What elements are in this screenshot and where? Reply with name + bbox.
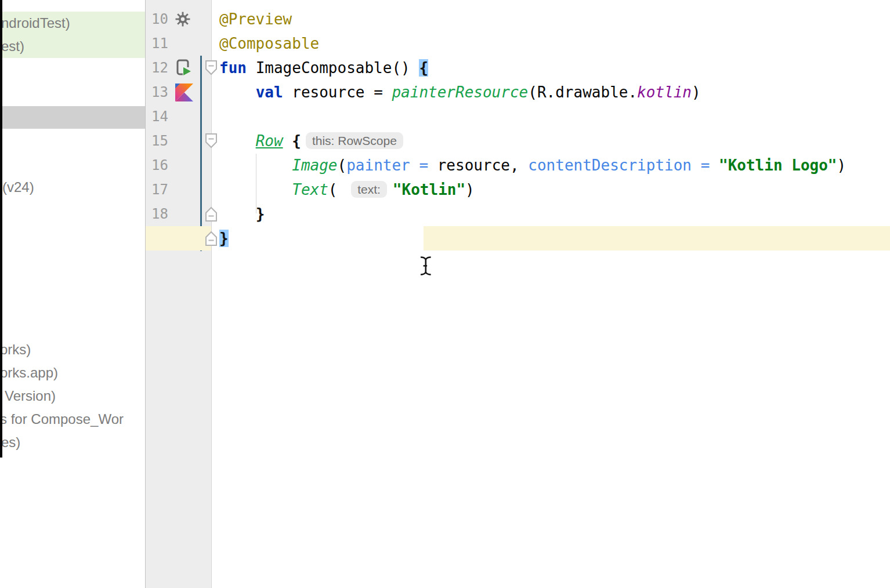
- fold-end-icon[interactable]: [205, 206, 218, 222]
- code-line-19[interactable]: }: [219, 226, 229, 251]
- line-number[interactable]: 13: [145, 80, 168, 104]
- inlay-hint: text:: [351, 181, 387, 198]
- tree-item[interactable]: orks.app): [0, 361, 145, 384]
- fold-collapse-icon[interactable]: [205, 60, 218, 76]
- line-number[interactable]: 18: [145, 202, 168, 226]
- fold-end-icon[interactable]: [205, 230, 218, 246]
- code-token: "Kotlin Logo": [719, 157, 837, 174]
- current-line-highlight: [424, 226, 890, 251]
- tree-item[interactable]: s for Compose_Wor: [0, 408, 145, 431]
- ide-window: ndroidTest)est)(v24)orks)orks.app)Versio…: [0, 0, 890, 588]
- code-line-12[interactable]: fun ImageComposable() {: [219, 56, 428, 80]
- code-line-13[interactable]: val resource = painterResource(R.drawabl…: [219, 80, 701, 104]
- code-token: fun: [219, 59, 256, 77]
- code-token: [219, 132, 256, 150]
- run-preview-icon[interactable]: [175, 56, 194, 80]
- code-token: [219, 157, 292, 174]
- code-token: val: [256, 84, 292, 101]
- project-tree-panel[interactable]: ndroidTest)est)(v24)orks)orks.app)Versio…: [0, 0, 145, 588]
- line-number[interactable]: 12: [145, 56, 168, 80]
- line-number[interactable]: 17: [145, 177, 168, 202]
- code-token: painterResource: [392, 84, 528, 101]
- fold-collapse-icon[interactable]: [205, 133, 218, 149]
- code-token: resource,: [437, 157, 529, 174]
- code-token: {: [419, 59, 428, 77]
- line-number[interactable]: 11: [145, 31, 168, 56]
- code-token: (: [338, 157, 347, 174]
- code-line-17[interactable]: Text( text:"Kotlin"): [219, 177, 475, 202]
- code-token: kotlin: [637, 84, 692, 101]
- code-token: }: [256, 205, 265, 223]
- tree-item[interactable]: Version): [0, 384, 150, 408]
- code-line-10[interactable]: @Preview: [219, 7, 292, 31]
- code-token: @Preview: [219, 10, 292, 28]
- vcs-change-bar[interactable]: [200, 56, 202, 251]
- tree-item[interactable]: orks): [0, 338, 145, 361]
- line-number[interactable]: 16: [145, 153, 168, 177]
- line-number[interactable]: 14: [145, 104, 168, 129]
- tree-item[interactable]: [0, 106, 145, 129]
- tree-item[interactable]: est): [0, 35, 146, 58]
- tree-item[interactable]: (v24): [0, 176, 147, 199]
- code-token: {: [292, 132, 301, 150]
- tree-item[interactable]: es): [0, 431, 146, 454]
- line-number[interactable]: 15: [145, 129, 168, 153]
- window-edge: [0, 0, 2, 458]
- code-token: Row: [256, 132, 283, 150]
- code-line-16[interactable]: Image(painter = resource, contentDescrip…: [219, 153, 846, 177]
- code-token: [219, 205, 256, 223]
- code-token: contentDescription =: [528, 157, 719, 174]
- current-line-gutter-highlight: [146, 226, 211, 251]
- code-token: @Composable: [219, 35, 319, 52]
- line-number[interactable]: 10: [145, 7, 168, 31]
- code-token: [283, 132, 292, 150]
- code-token: ): [837, 157, 846, 174]
- code-token: (R.drawable.: [528, 84, 637, 101]
- code-line-18[interactable]: }: [219, 202, 265, 226]
- code-token: [219, 84, 256, 101]
- kotlin-file-icon: [175, 80, 194, 104]
- code-token: ): [465, 181, 475, 198]
- code-token: Image: [292, 157, 337, 174]
- code-token: ): [692, 84, 701, 101]
- code-token: ImageComposable(): [256, 59, 419, 77]
- code-token: "Kotlin": [393, 181, 465, 198]
- code-token: Text: [292, 181, 328, 198]
- code-token: painter =: [346, 157, 437, 174]
- code-line-11[interactable]: @Composable: [219, 31, 319, 56]
- code-token: (: [328, 181, 346, 198]
- gear-icon[interactable]: [175, 7, 194, 31]
- code-token: [219, 181, 292, 198]
- text-ibeam-cursor: [418, 256, 433, 279]
- code-line-15[interactable]: Row {this: RowScope: [219, 129, 409, 153]
- code-token: }: [219, 230, 229, 247]
- inlay-hint: this: RowScope: [306, 132, 403, 149]
- tree-item[interactable]: ndroidTest): [0, 12, 146, 35]
- code-token: resource =: [292, 84, 392, 101]
